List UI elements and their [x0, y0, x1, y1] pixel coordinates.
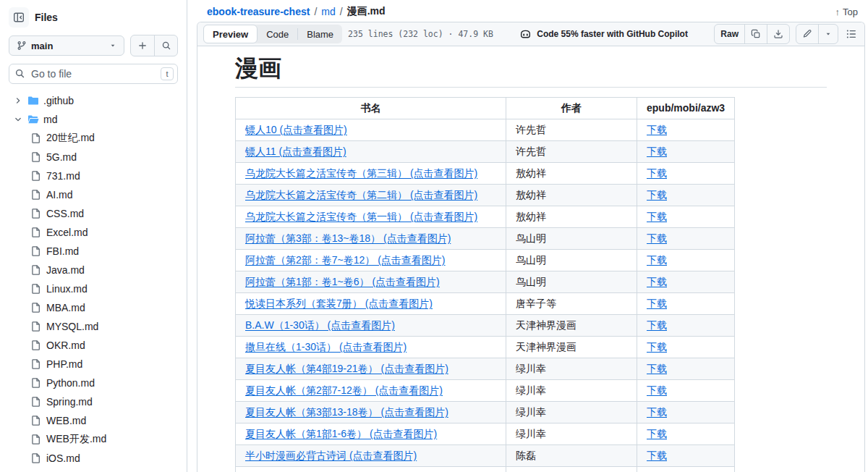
download-link[interactable]: 下载: [647, 384, 667, 396]
copy-raw-button[interactable]: [744, 25, 767, 43]
author-cell: 许先哲: [506, 119, 637, 141]
download-link[interactable]: 下载: [647, 428, 667, 439]
breadcrumb-separator: /: [314, 6, 317, 17]
book-link[interactable]: 夏目友人帐（第3部13-18卷） (点击查看图片): [245, 406, 448, 418]
book-link[interactable]: 乌龙院大长篇之活宝传奇（第一辑） (点击查看图片): [245, 211, 477, 222]
download-link[interactable]: 下载: [647, 254, 667, 266]
go-to-file-input[interactable]: [9, 64, 178, 84]
tree-item-file[interactable]: WEB.md: [9, 411, 178, 430]
tree-item-file[interactable]: PHP.md: [9, 355, 178, 374]
download-link[interactable]: 下载: [647, 124, 667, 135]
folder-icon: [27, 95, 39, 106]
outline-button[interactable]: [844, 27, 859, 41]
file-icon: [30, 208, 42, 219]
download-link[interactable]: 下载: [647, 363, 667, 374]
file-container: PreviewCodeBlame 235 lines (232 loc) · 4…: [197, 22, 865, 472]
book-link[interactable]: 阿拉蕾（第2部：卷7~卷12） (点击查看图片): [245, 254, 446, 266]
column-header-title: 书名: [236, 98, 506, 119]
tab-code[interactable]: Code: [258, 25, 297, 43]
tree-item-file[interactable]: Python.md: [9, 374, 178, 392]
download-link[interactable]: 下载: [647, 167, 667, 179]
tab-preview[interactable]: Preview: [203, 25, 258, 43]
sidebar-collapse-icon: [13, 12, 25, 23]
tree-item-file[interactable]: Linux.md: [9, 279, 178, 298]
download-link[interactable]: 下载: [647, 146, 667, 157]
edit-dropdown-button[interactable]: [818, 25, 838, 43]
tree-item-file[interactable]: MYSQL.md: [9, 317, 178, 336]
breadcrumb-folder-link[interactable]: md: [321, 6, 335, 17]
back-to-top-link[interactable]: ↑ Top: [835, 7, 858, 17]
book-link[interactable]: 夏目友人帐（第2部7-12卷） (点击查看图片): [245, 384, 443, 396]
tree-item-file[interactable]: 20世纪.md: [9, 129, 178, 148]
tree-item-file[interactable]: Spring.md: [9, 392, 178, 411]
book-link[interactable]: 夏目友人帐（第4部19-21卷） (点击查看图片): [245, 363, 448, 374]
copilot-icon: [519, 28, 532, 41]
chevron-down-icon: [825, 30, 832, 38]
download-link[interactable]: 下载: [647, 189, 667, 201]
tree-item-file[interactable]: CSS.md: [9, 204, 178, 223]
file-icon: [30, 132, 42, 144]
tree-item-file[interactable]: FBI.md: [9, 242, 178, 261]
tree-item-file[interactable]: Java.md: [9, 261, 178, 279]
book-link[interactable]: 阿拉蕾（第3部：卷13~卷18） (点击查看图片): [245, 232, 451, 244]
collapse-sidebar-button[interactable]: [9, 7, 29, 28]
edit-file-button[interactable]: [796, 25, 818, 43]
search-icon: [14, 68, 25, 79]
tree-item-file[interactable]: Excel.md: [9, 223, 178, 242]
book-link[interactable]: B.A.W（1-30话） (点击查看图片): [245, 319, 395, 331]
pencil-icon: [802, 29, 812, 39]
tree-item-file[interactable]: AI.md: [9, 185, 178, 204]
table-row: 夏目友人帐（第4部19-21卷） (点击查看图片) 绿川幸 下载: [236, 358, 735, 380]
tree-item-file[interactable]: 5G.md: [9, 148, 178, 167]
author-cell: 鸟山明: [506, 271, 637, 293]
author-cell: 唐辛子等: [506, 293, 637, 315]
download-icon: [773, 29, 783, 39]
tree-item-file[interactable]: tableau.md: [9, 468, 178, 472]
breadcrumb-repo-link[interactable]: ebook-treasure-chest: [207, 6, 310, 17]
download-link[interactable]: 下载: [647, 319, 667, 331]
download-link[interactable]: 下载: [647, 450, 667, 461]
file-icon: [30, 340, 42, 351]
tree-item-file[interactable]: 731.md: [9, 167, 178, 185]
search-tree-button[interactable]: [154, 35, 177, 56]
book-link[interactable]: 阿拉蕾（第1部：卷1~卷6） (点击查看图片): [245, 276, 440, 287]
tab-blame[interactable]: Blame: [298, 25, 342, 43]
book-link[interactable]: 悦读日本系列（套装7册） (点击查看图片): [245, 298, 433, 309]
download-raw-button[interactable]: [767, 25, 789, 43]
tree-item-folder--github[interactable]: .github: [9, 91, 178, 110]
books-table: 书名 作者 epub/mobi/azw3 镖人10 (点击查看图片) 许先哲 下…: [235, 97, 735, 472]
copilot-promo-button[interactable]: Code 55% faster with GitHub Copilot: [519, 28, 688, 41]
download-link[interactable]: 下载: [647, 298, 667, 309]
branch-selector[interactable]: main: [9, 35, 124, 56]
book-link[interactable]: 半小时漫画必背古诗词 (点击查看图片): [245, 450, 417, 461]
book-link[interactable]: 夏目友人帐（第1部1-6卷） (点击查看图片): [245, 428, 437, 439]
tree-item-file[interactable]: WEB开发.md: [9, 430, 178, 449]
download-link[interactable]: 下载: [647, 341, 667, 353]
book-link[interactable]: 撒旦在线（1-30话） (点击查看图片): [245, 341, 407, 353]
table-row: 夏目友人帐（第2部7-12卷） (点击查看图片) 绿川幸 下载: [236, 380, 735, 402]
tree-item-file[interactable]: iOS.md: [9, 449, 178, 468]
keyboard-shortcut-hint: t: [161, 67, 174, 80]
plus-icon: [137, 41, 148, 51]
download-link[interactable]: 下载: [647, 232, 667, 244]
tree-item-file[interactable]: MBA.md: [9, 298, 178, 317]
book-link[interactable]: 镖人11 (点击查看图片): [245, 146, 346, 157]
raw-button[interactable]: Raw: [715, 25, 744, 43]
download-link[interactable]: 下载: [647, 276, 667, 287]
file-icon: [30, 170, 42, 182]
add-file-button[interactable]: [131, 35, 154, 56]
download-link[interactable]: 下载: [647, 406, 667, 418]
author-cell: 绿川幸: [506, 423, 637, 445]
file-icon: [30, 396, 42, 408]
book-link[interactable]: 镖人10 (点击查看图片): [245, 124, 347, 135]
book-link[interactable]: 乌龙院大长篇之活宝传奇（第二辑） (点击查看图片): [245, 189, 477, 201]
book-link[interactable]: 乌龙院大长篇之活宝传奇（第三辑） (点击查看图片): [245, 167, 477, 179]
tree-item-file[interactable]: OKR.md: [9, 336, 178, 355]
table-row: 半小时漫画必背古诗词 (点击查看图片) 陈磊 下载: [236, 445, 735, 467]
file-icon: [30, 189, 42, 201]
markdown-preview[interactable]: 漫画 书名 作者 epub/mobi/azw3 镖人10 (点击查看图片) 许先…: [197, 46, 864, 472]
download-link[interactable]: 下载: [647, 211, 667, 222]
file-icon: [30, 227, 42, 238]
copilot-promo-label: Code 55% faster with GitHub Copilot: [537, 29, 688, 39]
tree-item-folder-md[interactable]: md: [9, 110, 178, 129]
